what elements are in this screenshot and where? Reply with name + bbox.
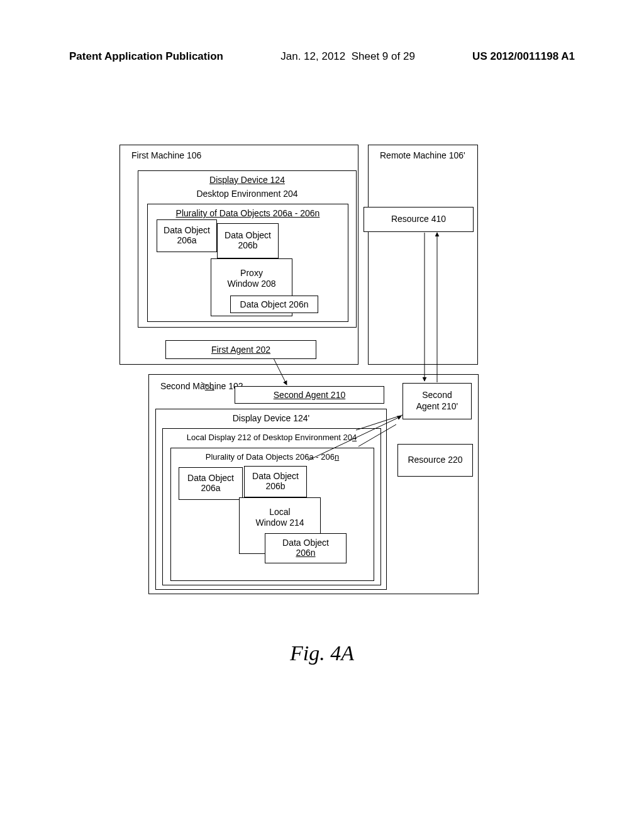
publication-label: Patent Application Publication [69,50,223,63]
box-data-obj-n1: Data Object 206n [230,296,318,313]
box-second-agent: Second Agent 210 [235,386,384,404]
box-data-obj-a2: Data Object206a [179,467,243,500]
box-proxy-window: ProxyWindow 208 Data Object 206n [211,258,292,316]
box-data-obj-n2: Data Object206n [265,533,347,563]
box-first-machine: First Machine 106 Display Device 124 Des… [119,145,358,365]
box-first-agent: First Agent 202 [165,340,316,359]
label-remote-machine: Remote Machine 106' [380,150,465,160]
label-desktop-env-1: Desktop Environment 204 [138,189,356,199]
label-plurality-2: Plurality of Data Objects 206a - 206n [171,452,374,462]
label-display-device-1: Display Device 124 [138,175,356,185]
box-display-device-2: Display Device 124' Local Display 212 of… [155,409,387,590]
box-local-window: LocalWindow 214 Data Object206n [239,497,321,554]
box-second-agent-prime: SecondAgent 210' [402,383,472,419]
box-plurality-1: Plurality of Data Objects 206a - 206n Da… [147,204,348,322]
box-display-device-1: Display Device 124 Desktop Environment 2… [138,170,357,328]
figure-caption: Fig. 4A [0,641,644,665]
figure-diagram: First Machine 106 Display Device 124 Des… [119,145,522,597]
label-second-machine: Second Machine 102 [160,381,243,391]
box-second-machine: Second Machine 102 Second Agent 210 Disp… [148,374,479,594]
box-data-obj-b1: Data Object206b [217,223,279,258]
box-resource-220: Resource 220 [397,444,473,477]
label-plurality-1: Plurality of Data Objects 206a - 206n [148,208,348,218]
box-data-obj-b2: Data Object206b [244,466,307,497]
box-remote-machine: Remote Machine 106' Resource 410 [368,145,478,365]
box-data-obj-a1: Data Object206a [157,219,217,252]
label-local-display: Local Display 212 of Desktop Environment… [163,433,380,442]
label-first-machine: First Machine 106 [131,150,201,160]
publication-number: US 2012/0011198 A1 [472,50,575,63]
box-local-display: Local Display 212 of Desktop Environment… [162,428,381,585]
label-local-window: LocalWindow 214 [255,507,304,528]
page-header: Patent Application Publication Jan. 12, … [0,50,644,63]
box-plurality-2: Plurality of Data Objects 206a - 206n Da… [170,448,374,581]
box-resource-410: Resource 410 [364,207,474,232]
label-display-device-2: Display Device 124' [156,413,386,423]
date-sheet: Jan. 12, 2012 Sheet 9 of 29 [280,50,415,63]
label-proxy-window: ProxyWindow 208 [227,268,275,289]
